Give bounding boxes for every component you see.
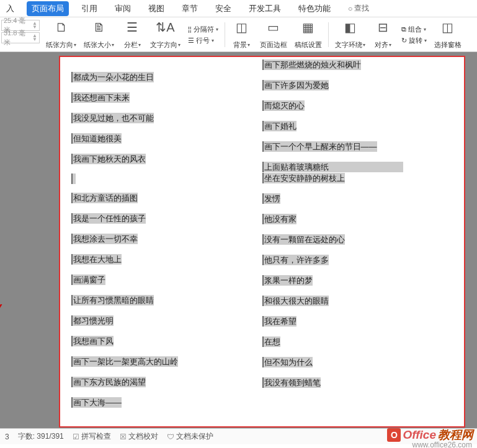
text-line[interactable]: 我没有领到蜡笔 [262, 377, 321, 388]
separator [328, 22, 329, 47]
search-box[interactable]: ○ 查找 [348, 3, 369, 14]
margin-bottom-value: 31.8 毫米 [4, 29, 32, 47]
papersize-button[interactable]: 🗎 纸张大小▾ [81, 20, 117, 50]
text-line[interactable]: 但不知为什么 [262, 357, 313, 367]
tab-reference[interactable]: 引用 [76, 1, 102, 17]
tab-special[interactable]: 特色功能 [293, 1, 336, 17]
shield-icon: 🛡 [167, 433, 174, 441]
text-line[interactable]: 在想 [262, 336, 280, 347]
chevron-down-icon: ▾ [424, 38, 427, 43]
text-line[interactable]: 我画下她秋天的风衣 [71, 154, 146, 164]
text-line[interactable]: 让所有习惯黑暗的眼睛 [71, 295, 154, 305]
document-area[interactable]: 都成为一朵小花的生日 我还想画下未来 我没见过她，也不可能 但知道她很美 我画下… [0, 52, 477, 428]
columns-button[interactable]: ☰ 分栏▾ [119, 20, 145, 50]
tab-review[interactable]: 审阅 [110, 1, 136, 17]
tab-insert[interactable]: 入 [1, 1, 19, 17]
text-line[interactable]: 但知道她很美 [71, 133, 122, 144]
chevron-down-icon: ▾ [247, 42, 250, 48]
text-line[interactable]: 我想画下风 [71, 336, 114, 346]
separator [225, 22, 225, 47]
text-line[interactable]: 上面贴着玻璃糖纸 [262, 162, 403, 172]
chevron-down-icon: ▾ [112, 42, 114, 48]
tab-security[interactable]: 安全 [210, 1, 236, 17]
text-line[interactable]: 我还想画下未来 [71, 92, 130, 103]
tab-pagelayout[interactable]: 页面布局 [27, 1, 69, 16]
text-line[interactable]: 我没见过她，也不可能 [71, 113, 154, 123]
textdirection-icon: ⇅A [156, 20, 174, 35]
document-page[interactable]: 都成为一朵小花的生日 我还想画下未来 我没见过她，也不可能 但知道她很美 我画下… [59, 56, 465, 428]
page-indicator[interactable]: 3 [5, 433, 9, 441]
orientation-icon: 🗋 [55, 20, 68, 35]
search-icon: ○ [348, 4, 352, 13]
margin-inputs: 25.4 毫米 ▲▼ 31.8 毫米 ▲▼ [1, 20, 40, 43]
orientation-button[interactable]: 🗋 纸张方向▾ [43, 20, 79, 50]
group-icon: ⧉ [401, 25, 406, 33]
text-line[interactable]: 和很大很大的眼睛 [262, 296, 329, 306]
text-line[interactable]: 没有一颗留在远处的心 [262, 234, 345, 245]
textwrap-button[interactable]: ◧ 文字环绕▾ [332, 20, 368, 50]
separator-button[interactable]: ¦¦ 分隔符 ▾ [188, 25, 218, 34]
text-line[interactable]: 画满窗子 [71, 275, 105, 285]
text-line[interactable]: 浆果一样的梦 [262, 275, 313, 286]
chevron-down-icon: ▾ [178, 42, 181, 48]
text-line[interactable]: 画下许多因为爱她 [262, 80, 329, 90]
text-line[interactable]: 都习惯光明 [71, 315, 114, 326]
text-line[interactable]: 画下那些燃烧的烛火和枫叶 [262, 59, 361, 70]
watermark: O Office 教程网 www.office26.com [387, 427, 473, 443]
text-line[interactable]: 画下婚礼 [262, 121, 296, 131]
text-line[interactable]: 我想涂去一切不幸 [71, 234, 138, 244]
pageborder-button[interactable]: ▭ 页面边框 [257, 20, 290, 50]
page-columns: 都成为一朵小花的生日 我还想画下未来 我没见过她，也不可能 但知道她很美 我画下… [71, 57, 453, 426]
text-line[interactable]: 画下一架比一架更高大的山岭 [71, 356, 178, 367]
text-line[interactable]: 我是一个任性的孩子 [71, 213, 146, 224]
stepper-icon[interactable]: ▲▼ [32, 22, 37, 29]
rotate-icon: ↻ [401, 37, 407, 45]
separator-icon: ¦¦ [188, 25, 192, 33]
text-line[interactable]: 我想在大地上 [71, 254, 122, 265]
spellcheck-icon: ☑ [73, 433, 79, 441]
margin-bottom-input[interactable]: 31.8 毫米 ▲▼ [1, 32, 40, 43]
doccheck-button[interactable]: ☒ 文档校对 [120, 431, 158, 442]
text-line[interactable]: 画下一个个早上醒来的节日—— [262, 141, 377, 152]
tab-chapter[interactable]: 章节 [177, 1, 203, 17]
rotate-button[interactable]: ↻ 旋转 ▾ [401, 36, 427, 45]
selectionpane-button[interactable]: ◫ 选择窗格 [432, 20, 464, 50]
text-line[interactable]: 而熄灭的心 [262, 100, 305, 111]
text-line[interactable]: 坐在安安静静的树枝上 [262, 173, 345, 183]
chevron-down-icon: ▾ [363, 42, 365, 48]
chevron-down-icon: ▾ [216, 27, 218, 32]
text-line[interactable]: 他没有家 [262, 214, 296, 224]
svg-line-1 [0, 305, 1, 334]
search-label: 查找 [354, 3, 369, 14]
chevron-down-icon: ▾ [138, 42, 141, 48]
text-line[interactable]: 我在希望 [262, 316, 296, 327]
word-count[interactable]: 字数: 391/391 [18, 431, 64, 442]
linenum-button[interactable]: ☰ 行号 ▾ [188, 36, 218, 45]
spellcheck-button[interactable]: ☑ 拼写检查 [73, 431, 111, 442]
text-line[interactable]: 他只有，许许多多 [262, 255, 329, 265]
text-line[interactable]: 画下大海—— [71, 397, 122, 408]
stepper-icon[interactable]: ▲▼ [32, 34, 37, 42]
text-line[interactable]: 和北方童话的插图 [71, 193, 138, 203]
separator-linenum-group: ¦¦ 分隔符 ▾ ☰ 行号 ▾ [185, 20, 221, 50]
text-line[interactable] [71, 173, 76, 184]
group-button[interactable]: ⧉ 组合 ▾ [401, 25, 427, 34]
papersettings-button[interactable]: ▦ 稿纸设置 [292, 20, 324, 50]
align-icon: ⊟ [378, 20, 388, 35]
linenum-icon: ☰ [188, 37, 194, 45]
tab-view[interactable]: 视图 [143, 1, 169, 17]
watermark-text-1: Office [403, 428, 436, 442]
tab-devtools[interactable]: 开发工具 [244, 1, 286, 17]
text-line[interactable]: 画下东方民族的渴望 [71, 377, 146, 387]
text-line[interactable]: 发愣 [262, 193, 280, 204]
pageborder-icon: ▭ [267, 20, 279, 35]
annotation-arrow [0, 300, 6, 337]
text-line[interactable]: 都成为一朵小花的生日 [71, 72, 154, 82]
chevron-down-icon: ▾ [212, 38, 214, 43]
background-button[interactable]: ◫ 背景▾ [229, 20, 255, 50]
align-button[interactable]: ⊟ 对齐▾ [370, 20, 396, 50]
docprotect-status[interactable]: 🛡 文档未保护 [167, 431, 213, 442]
papersize-icon: 🗎 [93, 20, 105, 35]
textdirection-button[interactable]: ⇅A 文字方向▾ [148, 20, 183, 50]
tab-bar: 入 页面布局 引用 审阅 视图 章节 安全 开发工具 特色功能 ○ 查找 [0, 0, 477, 17]
